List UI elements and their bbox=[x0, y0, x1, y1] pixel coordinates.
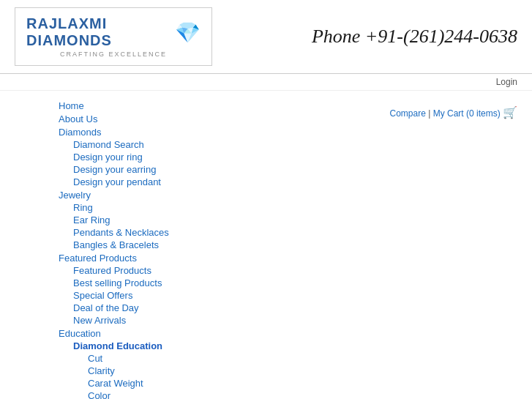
featured-submenu: Featured Products Best selling Products … bbox=[59, 265, 285, 326]
nav-item-featured-products-parent[interactable]: Featured Products Featured Products Best… bbox=[59, 253, 285, 326]
education-link[interactable]: Education bbox=[59, 328, 101, 339]
featured-products-parent-link[interactable]: Featured Products bbox=[59, 253, 137, 264]
pendants-link[interactable]: Pendants & Necklaces bbox=[73, 227, 169, 238]
compare-bar: Compare | My Cart (0 items) 🛒 bbox=[300, 105, 517, 119]
phone-number: Phone +91-(261)244-0638 bbox=[312, 26, 517, 48]
education-submenu: Diamond Education Cut Clarity Carat Weig… bbox=[59, 340, 285, 399]
about-link[interactable]: About Us bbox=[59, 113, 97, 124]
nav-item-cut[interactable]: Cut bbox=[88, 353, 285, 364]
clarity-link[interactable]: Clarity bbox=[88, 365, 115, 376]
color-link[interactable]: Color bbox=[88, 390, 110, 399]
nav-item-special-offers[interactable]: Special Offers bbox=[73, 290, 285, 301]
best-selling-link[interactable]: Best selling Products bbox=[73, 277, 162, 288]
nav-item-deal-of-day[interactable]: Deal of the Day bbox=[73, 302, 285, 313]
login-bar: Login bbox=[0, 74, 532, 91]
jewelry-submenu: Ring Ear Ring Pendants & Necklaces Bangl… bbox=[59, 202, 285, 250]
nav-item-bangles[interactable]: Bangles & Bracelets bbox=[73, 239, 285, 250]
main-container: Home About Us Diamonds Diamond Search De… bbox=[0, 91, 532, 399]
nav-item-home[interactable]: Home bbox=[59, 100, 285, 111]
nav-list-level1: Home About Us Diamonds Diamond Search De… bbox=[44, 100, 285, 399]
new-arrivals-link[interactable]: New Arrivals bbox=[73, 315, 126, 326]
design-pendant-link[interactable]: Design your pendant bbox=[73, 176, 161, 187]
nav-item-design-pendant[interactable]: Design your pendant bbox=[73, 176, 285, 187]
nav-item-jewelry[interactable]: Jewelry Ring Ear Ring Pendants & Necklac… bbox=[59, 190, 285, 250]
right-panel: Compare | My Cart (0 items) 🛒 bbox=[285, 98, 532, 399]
cart-icon: 🛒 bbox=[503, 105, 517, 119]
featured-products-link[interactable]: Featured Products bbox=[73, 265, 151, 276]
nav-item-ear-ring[interactable]: Ear Ring bbox=[73, 215, 285, 225]
logo-top: RAJLAXMI DIAMONDS 💎 bbox=[26, 15, 201, 49]
nav-item-diamond-search[interactable]: Diamond Search bbox=[73, 139, 285, 150]
nav-item-diamond-education[interactable]: Diamond Education Cut Clarity Carat Weig… bbox=[73, 340, 285, 399]
diamonds-link[interactable]: Diamonds bbox=[59, 127, 102, 138]
compare-link[interactable]: Compare bbox=[389, 108, 425, 119]
carat-weight-link[interactable]: Carat Weight bbox=[88, 378, 143, 389]
nav-item-design-ring[interactable]: Design your ring bbox=[73, 152, 285, 163]
cut-link[interactable]: Cut bbox=[88, 353, 102, 364]
nav-item-ring[interactable]: Ring bbox=[73, 202, 285, 213]
logo-sub: Crafting Excellence bbox=[60, 51, 167, 58]
jewelry-link[interactable]: Jewelry bbox=[59, 190, 91, 201]
login-link[interactable]: Login bbox=[496, 77, 517, 87]
nav-item-diamonds[interactable]: Diamonds Diamond Search Design your ring… bbox=[59, 127, 285, 187]
ear-ring-link[interactable]: Ear Ring bbox=[73, 215, 110, 225]
nav-item-featured-products[interactable]: Featured Products bbox=[73, 265, 285, 276]
header: RAJLAXMI DIAMONDS 💎 Crafting Excellence … bbox=[0, 0, 532, 74]
nav-item-best-selling[interactable]: Best selling Products bbox=[73, 277, 285, 288]
nav-item-pendants[interactable]: Pendants & Necklaces bbox=[73, 227, 285, 238]
nav-item-clarity[interactable]: Clarity bbox=[88, 365, 285, 376]
navigation: Home About Us Diamonds Diamond Search De… bbox=[0, 98, 285, 399]
logo-box: RAJLAXMI DIAMONDS 💎 Crafting Excellence bbox=[15, 7, 212, 66]
special-offers-link[interactable]: Special Offers bbox=[73, 290, 132, 301]
nav-item-design-earring[interactable]: Design your earring bbox=[73, 164, 285, 175]
nav-item-about[interactable]: About Us bbox=[59, 113, 285, 124]
logo-diamond-icon: 💎 bbox=[175, 20, 201, 45]
bangles-link[interactable]: Bangles & Bracelets bbox=[73, 239, 159, 250]
ring-link[interactable]: Ring bbox=[73, 202, 93, 213]
deal-of-day-link[interactable]: Deal of the Day bbox=[73, 302, 139, 313]
diamond-education-link[interactable]: Diamond Education bbox=[73, 340, 162, 351]
home-link[interactable]: Home bbox=[59, 100, 84, 111]
diamond-search-link[interactable]: Diamond Search bbox=[73, 139, 144, 150]
design-earring-link[interactable]: Design your earring bbox=[73, 164, 156, 175]
diamond-education-submenu: Cut Clarity Carat Weight Color bbox=[73, 353, 285, 399]
cart-link[interactable]: My Cart (0 items) bbox=[433, 108, 501, 119]
nav-item-new-arrivals[interactable]: New Arrivals bbox=[73, 315, 285, 326]
nav-item-education[interactable]: Education Diamond Education Cut Clarity bbox=[59, 328, 285, 399]
diamonds-submenu: Diamond Search Design your ring Design y… bbox=[59, 139, 285, 187]
nav-item-color[interactable]: Color bbox=[88, 390, 285, 399]
logo-text: RAJLAXMI DIAMONDS bbox=[26, 15, 169, 49]
design-ring-link[interactable]: Design your ring bbox=[73, 152, 143, 163]
separator: | bbox=[428, 108, 430, 119]
nav-item-carat-weight[interactable]: Carat Weight bbox=[88, 378, 285, 389]
